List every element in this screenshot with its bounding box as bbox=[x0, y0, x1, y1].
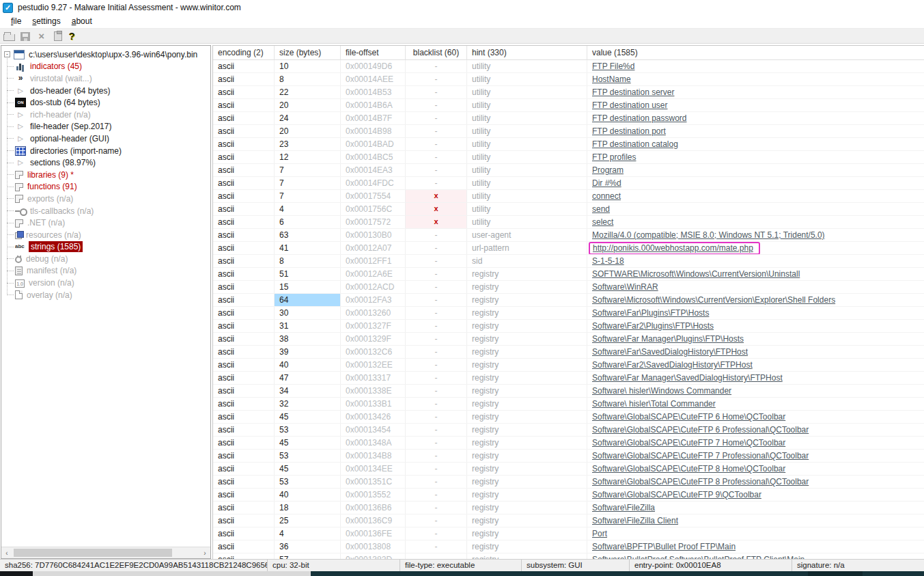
tree-expander-icon[interactable]: - bbox=[4, 51, 10, 57]
string-value-link[interactable]: Mozilla/4.0 (compatible; MSIE 8.0; Windo… bbox=[592, 230, 825, 240]
table-row[interactable]: ascii70x00014FDC-utilityDir #%d bbox=[213, 177, 924, 190]
string-value-link[interactable]: Software\GlobalSCAPE\CuteFTP 8 Professio… bbox=[592, 477, 809, 486]
string-value-link[interactable]: FTP profiles bbox=[592, 152, 636, 162]
table-row[interactable]: ascii410x00012A07-url-patternhttp://poni… bbox=[213, 242, 924, 255]
table-row[interactable]: ascii360x00013808-registrySoftware\BPFTP… bbox=[213, 540, 924, 553]
column-header-3[interactable]: blacklist (60) bbox=[406, 46, 467, 59]
tree-item-dos-header[interactable]: ▷dos-header (64 bytes) bbox=[3, 85, 210, 97]
string-value-link[interactable]: SOFTWARE\Microsoft\Windows\CurrentVersio… bbox=[592, 269, 800, 279]
table-row[interactable]: ascii570x0001382D-registrySoftware\Bulle… bbox=[213, 553, 924, 559]
string-value-link[interactable]: Software\GlobalSCAPE\CuteFTP 8 Home\QCTo… bbox=[592, 464, 785, 474]
tree-item-directories[interactable]: directories (import-name) bbox=[3, 145, 210, 157]
string-value-link[interactable]: HostName bbox=[592, 74, 631, 84]
string-value-link[interactable]: Software\Microsoft\Windows\CurrentVersio… bbox=[592, 295, 835, 305]
table-row[interactable]: ascii70x00014EA3-utilityProgram bbox=[213, 164, 924, 177]
string-value-link[interactable]: Software\WinRAR bbox=[592, 282, 658, 292]
string-value-link[interactable]: FTP destination server bbox=[592, 87, 675, 97]
menu-about[interactable]: about bbox=[66, 16, 98, 27]
table-row[interactable]: ascii80x00012FF1-sidS-1-5-18 bbox=[213, 255, 924, 268]
tree-item-overlay[interactable]: overlay (n/a) bbox=[3, 289, 210, 301]
tree-item-indicators[interactable]: indicators (45) bbox=[3, 61, 210, 73]
column-header-5[interactable]: value (1585) bbox=[587, 46, 924, 59]
tree-item-dotnet[interactable]: .NET (n/a) bbox=[3, 217, 210, 229]
tree-item-exports[interactable]: exports (n/a) bbox=[3, 193, 210, 205]
string-value-link[interactable]: Software\Far2\SavedDialogHistory\FTPHost bbox=[592, 360, 753, 370]
table-row[interactable]: ascii180x000136B6-registrySoftware\FileZ… bbox=[213, 502, 924, 515]
table-row[interactable]: ascii510x00012A6E-registrySOFTWARE\Micro… bbox=[213, 268, 924, 281]
table-row[interactable]: ascii100x000149D6-utilityFTP File%d bbox=[213, 60, 924, 73]
tree-item-functions[interactable]: functions (91) bbox=[3, 181, 210, 193]
table-row[interactable]: ascii150x00012ACD-registrySoftware\WinRA… bbox=[213, 281, 924, 294]
string-value-link[interactable]: Software\FileZilla Client bbox=[592, 516, 678, 525]
tree-horizontal-scrollbar[interactable]: ‹ › bbox=[1, 547, 210, 558]
string-value-link[interactable]: FTP destination port bbox=[592, 126, 666, 136]
tree-item-strings[interactable]: abcstrings (1585) bbox=[3, 241, 210, 253]
menu-settings[interactable]: settings bbox=[27, 16, 66, 27]
table-row[interactable]: ascii400x000132EE-registrySoftware\Far2\… bbox=[213, 359, 924, 372]
tree-item-manifest[interactable]: manifest (n/a) bbox=[3, 265, 210, 277]
table-row[interactable]: ascii70x00017554xutilityconnect bbox=[213, 190, 924, 203]
string-value-link[interactable]: Software\GlobalSCAPE\CuteFTP 6 Professio… bbox=[592, 425, 809, 435]
tree-root-item[interactable]: - c:\users\user\desktop\upx-3.96-win64\p… bbox=[3, 49, 210, 61]
table-row[interactable]: ascii530x000134B8-registrySoftware\Globa… bbox=[213, 450, 924, 463]
string-value-link[interactable]: Software\Far Manager\Plugins\FTP\Hosts bbox=[592, 334, 744, 344]
tree-item-virustotal[interactable]: »virustotal (wait...) bbox=[3, 72, 210, 85]
table-row[interactable]: ascii400x00013552-registrySoftware\Globa… bbox=[213, 489, 924, 502]
tree-item-optional-header[interactable]: ▷optional-header (GUI) bbox=[3, 133, 210, 145]
scroll-right-icon[interactable]: › bbox=[199, 549, 210, 557]
table-row[interactable]: ascii300x00013260-registrySoftware\Far\P… bbox=[213, 307, 924, 320]
table-row[interactable]: ascii470x00013317-registrySoftware\Far M… bbox=[213, 372, 924, 385]
column-header-1[interactable]: size (bytes) bbox=[275, 46, 341, 59]
table-row[interactable]: ascii250x000136C9-registrySoftware\FileZ… bbox=[213, 515, 924, 527]
string-value-link[interactable]: connect bbox=[592, 191, 621, 201]
tree-item-resources[interactable]: resources (n/a) bbox=[3, 229, 210, 241]
string-value-link[interactable]: Program bbox=[592, 165, 624, 175]
table-row[interactable]: ascii450x0001348A-registrySoftware\Globa… bbox=[213, 437, 924, 450]
menu-file[interactable]: file bbox=[5, 16, 27, 27]
string-value-link[interactable]: send bbox=[592, 204, 610, 214]
tree-item-version[interactable]: 1.0version (n/a) bbox=[3, 277, 210, 289]
open-file-icon[interactable] bbox=[3, 34, 15, 41]
string-value-link[interactable]: FTP destination password bbox=[592, 113, 687, 123]
tree-item-rich-header[interactable]: ▷rich-header (n/a) bbox=[3, 109, 210, 121]
column-header-0[interactable]: encoding (2) bbox=[213, 46, 275, 59]
string-value-link[interactable]: Software\GlobalSCAPE\CuteFTP 7 Home\QCTo… bbox=[592, 438, 785, 448]
string-value-link[interactable]: Software\GlobalSCAPE\CuteFTP 7 Professio… bbox=[592, 451, 809, 461]
string-value-link[interactable]: select bbox=[592, 217, 613, 227]
table-row[interactable]: ascii450x000134EE-registrySoftware\Globa… bbox=[213, 463, 924, 476]
table-row[interactable]: ascii310x0001327F-registrySoftware\Far2\… bbox=[213, 320, 924, 333]
table-row[interactable]: ascii530x0001351C-registrySoftware\Globa… bbox=[213, 476, 924, 489]
string-value-link[interactable]: http://ponikis.000webhostapp.com/mate.ph… bbox=[593, 243, 753, 253]
table-row[interactable]: ascii320x000133B1-registrySoftware\ hisl… bbox=[213, 398, 924, 411]
tree-item-debug[interactable]: debug (n/a) bbox=[3, 253, 210, 265]
scroll-left-icon[interactable]: ‹ bbox=[1, 549, 12, 557]
table-row[interactable]: ascii390x000132C6-registrySoftware\Far\S… bbox=[213, 346, 924, 359]
save-icon[interactable] bbox=[20, 32, 30, 41]
table-row[interactable]: ascii40x0001756Cxutilitysend bbox=[213, 203, 924, 216]
table-row[interactable]: ascii220x00014B53-utilityFTP destination… bbox=[213, 86, 924, 99]
table-row[interactable]: ascii60x00017572xutilityselect bbox=[213, 216, 924, 229]
table-row[interactable]: ascii630x000130B0-user-agentMozilla/4.0 … bbox=[213, 229, 924, 242]
tree-item-dos-stub[interactable]: ONdos-stub (64 bytes) bbox=[3, 96, 210, 109]
string-value-link[interactable]: Software\BPFTP\Bullet Proof FTP\Main bbox=[592, 542, 736, 551]
column-header-4[interactable]: hint (330) bbox=[467, 46, 587, 59]
table-row[interactable]: ascii200x00014B6A-utilityFTP destination… bbox=[213, 99, 924, 112]
string-value-link[interactable]: Dir #%d bbox=[592, 178, 621, 188]
table-row[interactable]: ascii120x00014BC5-utilityFTP profiles bbox=[213, 151, 924, 164]
string-value-link[interactable]: S-1-5-18 bbox=[592, 256, 624, 266]
table-row[interactable]: ascii340x0001338E-registrySoftware\ hisl… bbox=[213, 385, 924, 398]
string-value-link[interactable]: Software\Far Manager\SavedDialogHistory\… bbox=[592, 373, 783, 383]
column-header-2[interactable]: file-offset bbox=[341, 46, 406, 59]
string-value-link[interactable]: Software\GlobalSCAPE\CuteFTP 6 Home\QCTo… bbox=[592, 412, 785, 422]
table-row[interactable]: ascii240x00014B7F-utilityFTP destination… bbox=[213, 112, 924, 125]
table-row[interactable]: ascii200x00014B98-utilityFTP destination… bbox=[213, 125, 924, 138]
string-value-link[interactable]: FTP File%d bbox=[592, 61, 634, 71]
string-value-link[interactable]: Software\Far\Plugins\FTP\Hosts bbox=[592, 308, 709, 318]
clipboard-icon[interactable] bbox=[54, 31, 62, 41]
table-row[interactable]: ascii380x0001329F-registrySoftware\Far M… bbox=[213, 333, 924, 346]
string-value-link[interactable]: Software\ hisler\Total Commander bbox=[592, 399, 716, 409]
help-icon[interactable]: ? bbox=[68, 31, 76, 41]
scrollbar-thumb[interactable] bbox=[14, 549, 172, 557]
tree-item-sections[interactable]: ▷sections (98.97%) bbox=[3, 156, 210, 169]
table-row[interactable]: ascii230x00014BAD-utilityFTP destination… bbox=[213, 138, 924, 151]
